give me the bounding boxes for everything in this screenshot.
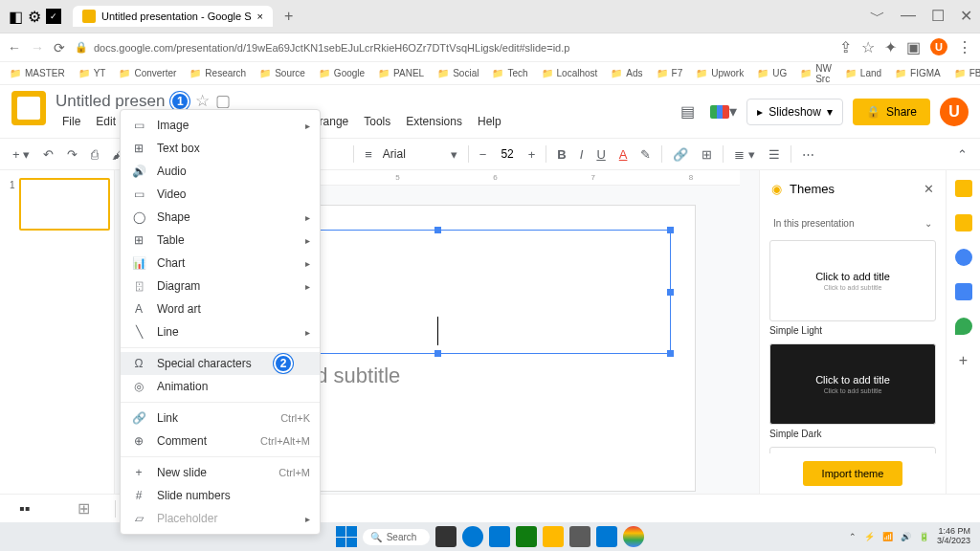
start-button[interactable] bbox=[336, 526, 357, 547]
add-on-icon[interactable]: + bbox=[955, 352, 972, 369]
filmstrip-view-icon[interactable]: ▪▪ bbox=[19, 500, 30, 518]
menu-tools[interactable]: Tools bbox=[357, 113, 397, 130]
chevron-down-icon[interactable]: ▾ bbox=[448, 144, 460, 165]
tab-close-icon[interactable]: × bbox=[257, 11, 263, 22]
menu-insert-line[interactable]: ╲Line▸ bbox=[121, 320, 320, 343]
theme-simple-light[interactable]: Click to add title Click to add subtitle bbox=[769, 240, 936, 321]
ext-icon-3[interactable]: ✓ bbox=[46, 9, 61, 24]
menu-insert-table[interactable]: ⊞Table▸ bbox=[121, 229, 320, 252]
theme-simple-dark[interactable]: Click to add title Click to add subtitle bbox=[769, 343, 936, 425]
bookmark-item[interactable]: Research bbox=[189, 68, 246, 78]
task-app-icon[interactable] bbox=[596, 526, 617, 547]
system-tray[interactable]: ⌃ ⚡ 📶 🔊 🔋 1:46 PM 3/4/2023 bbox=[849, 527, 970, 546]
browser-tab-active[interactable]: Untitled presentation - Google S × bbox=[73, 6, 273, 27]
menu-insert-shape[interactable]: ◯Shape▸ bbox=[121, 206, 320, 229]
share-url-icon[interactable]: ⇪ bbox=[839, 38, 852, 56]
comment-icon[interactable]: ⊞ bbox=[699, 144, 715, 165]
slides-logo-icon[interactable] bbox=[11, 91, 46, 125]
bookmark-item[interactable]: Upwork bbox=[696, 68, 744, 78]
menu-insert-comment[interactable]: ⊕CommentCtrl+Alt+M bbox=[121, 430, 320, 452]
menu-insert-wordart[interactable]: AWord art bbox=[121, 298, 320, 320]
align-icon[interactable]: ≣ ▾ bbox=[731, 144, 758, 165]
bookmark-item[interactable]: FB bbox=[954, 68, 980, 78]
close-themes-icon[interactable]: ✕ bbox=[924, 182, 934, 196]
task-app-icon[interactable] bbox=[435, 526, 457, 547]
decrease-size-icon[interactable]: − bbox=[477, 144, 490, 165]
menu-insert-image[interactable]: ▭Image▸ bbox=[121, 114, 320, 137]
bold-icon[interactable]: B bbox=[554, 144, 568, 165]
menu-file[interactable]: File bbox=[56, 113, 87, 130]
menu-insert-diagram[interactable]: ⌹Diagram▸ bbox=[121, 275, 320, 298]
underline-icon[interactable]: U bbox=[593, 144, 608, 165]
task-app-icon[interactable] bbox=[516, 526, 537, 547]
window-minimize-icon[interactable]: ﹀ bbox=[870, 7, 885, 27]
bookmark-item[interactable]: Ads bbox=[611, 68, 642, 78]
bookmark-item[interactable]: NW Src bbox=[800, 63, 832, 84]
maps-icon[interactable] bbox=[955, 318, 972, 335]
star-icon[interactable]: ☆ bbox=[861, 38, 875, 56]
nav-reload-icon[interactable]: ⟳ bbox=[54, 40, 65, 55]
import-theme-button[interactable]: Import theme bbox=[803, 461, 903, 486]
bookmark-item[interactable]: Source bbox=[259, 68, 305, 78]
print-icon[interactable]: ⎙ bbox=[88, 144, 101, 165]
menu-insert-textbox[interactable]: ⊞Text box bbox=[121, 137, 320, 160]
edge-icon[interactable] bbox=[462, 526, 483, 547]
link-icon[interactable]: 🔗 bbox=[670, 144, 691, 165]
tasks-icon[interactable] bbox=[955, 249, 972, 266]
bookmark-item[interactable]: Land bbox=[845, 68, 881, 78]
ext-icon-2[interactable]: ⚙ bbox=[27, 9, 42, 24]
italic-icon[interactable]: I bbox=[577, 144, 587, 165]
text-color-icon[interactable]: A bbox=[616, 144, 631, 165]
bookmark-item[interactable]: Tech bbox=[492, 68, 527, 78]
font-size-input[interactable]: 52 bbox=[497, 147, 517, 161]
window-close-icon[interactable]: ✕ bbox=[960, 7, 972, 27]
undo-icon[interactable]: ↶ bbox=[40, 144, 56, 165]
window-minimize-icon[interactable]: — bbox=[901, 7, 916, 27]
bookmark-item[interactable]: Social bbox=[437, 68, 479, 78]
menu-insert-special-chars[interactable]: ΩSpecial characters2 bbox=[121, 352, 320, 375]
chrome-menu-icon[interactable]: ⋮ bbox=[957, 38, 972, 56]
contacts-icon[interactable] bbox=[955, 283, 972, 300]
grid-view-icon[interactable]: ⊞ bbox=[78, 499, 90, 518]
new-tab-button[interactable]: + bbox=[284, 8, 293, 25]
clock[interactable]: 1:46 PM 3/4/2023 bbox=[937, 527, 970, 546]
reader-icon[interactable]: ▣ bbox=[906, 38, 921, 56]
line-spacing-icon[interactable]: ☰ bbox=[766, 144, 783, 165]
user-avatar[interactable]: U bbox=[940, 98, 969, 126]
new-slide-icon[interactable]: + ▾ bbox=[10, 144, 33, 165]
theme-streamline[interactable]: Click to add title bbox=[769, 447, 936, 453]
bookmark-item[interactable]: Google bbox=[319, 68, 365, 78]
bookmark-item[interactable]: UG bbox=[757, 68, 787, 78]
slideshow-button[interactable]: ▸ Slideshow ▾ bbox=[746, 99, 843, 125]
menu-insert-video[interactable]: ▭Video bbox=[121, 183, 320, 206]
ext-icon-1[interactable]: ◧ bbox=[8, 9, 23, 24]
menu-insert-animation[interactable]: ◎Animation bbox=[121, 375, 320, 398]
menu-insert-audio[interactable]: 🔊Audio bbox=[121, 160, 320, 183]
menu-insert-link[interactable]: 🔗LinkCtrl+K bbox=[121, 407, 320, 430]
menu-insert-slidenumbers[interactable]: #Slide numbers bbox=[121, 484, 320, 507]
bookmark-item[interactable]: YT bbox=[78, 68, 106, 78]
share-button[interactable]: 🔒 Share bbox=[853, 99, 930, 125]
keep-icon[interactable] bbox=[955, 214, 972, 231]
star-doc-icon[interactable]: ☆ bbox=[195, 91, 210, 111]
fill-color-icon[interactable]: ≡ bbox=[362, 144, 375, 165]
task-app-icon[interactable] bbox=[569, 526, 590, 547]
task-app-icon[interactable] bbox=[489, 526, 510, 547]
explorer-icon[interactable] bbox=[543, 526, 564, 547]
menu-insert-newslide[interactable]: +New slideCtrl+M bbox=[121, 461, 320, 484]
extensions-icon[interactable]: ✦ bbox=[884, 38, 897, 56]
bookmark-item[interactable]: FIGMA bbox=[895, 68, 941, 78]
doc-title[interactable]: Untitled presen bbox=[56, 92, 165, 111]
menu-help[interactable]: Help bbox=[471, 113, 508, 130]
window-maximize-icon[interactable]: ☐ bbox=[931, 7, 945, 27]
font-select[interactable]: Arial bbox=[383, 147, 440, 161]
move-doc-icon[interactable]: ▢ bbox=[215, 91, 231, 111]
calendar-icon[interactable] bbox=[955, 180, 972, 197]
slide-thumb-1[interactable] bbox=[19, 178, 110, 231]
redo-icon[interactable]: ↷ bbox=[64, 144, 80, 165]
menu-insert-chart[interactable]: 📊Chart▸ bbox=[121, 252, 320, 275]
menu-edit[interactable]: Edit bbox=[89, 113, 122, 130]
bookmark-item[interactable]: F7 bbox=[657, 68, 683, 78]
taskbar-search[interactable]: 🔍Search bbox=[363, 529, 431, 545]
profile-icon[interactable]: U bbox=[930, 38, 947, 55]
